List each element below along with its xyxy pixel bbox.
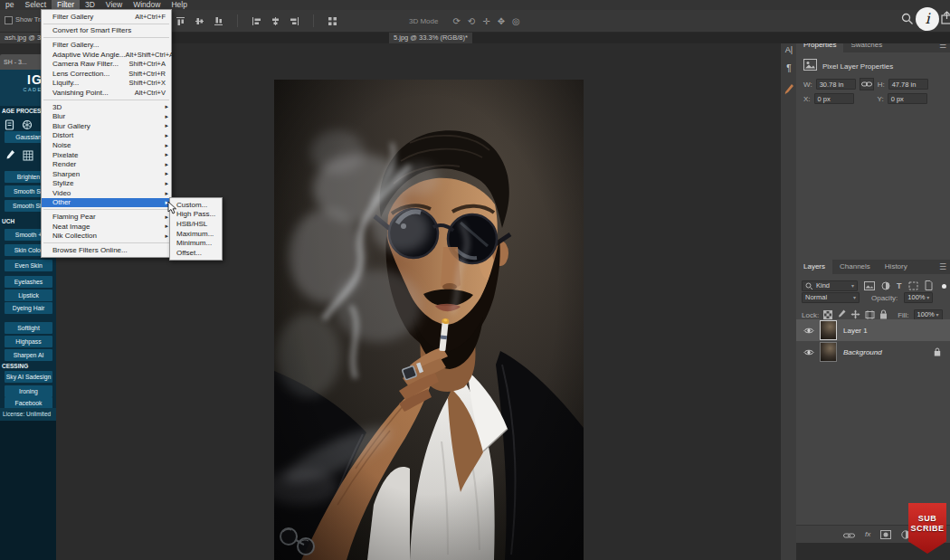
layer-row-background[interactable]: Background xyxy=(796,341,950,363)
menu-item-stylize[interactable]: Stylize xyxy=(42,179,171,189)
menu-item-liquify[interactable]: Liquify...Shift+Ctrl+X xyxy=(42,79,171,89)
opacity-label: Opacity: xyxy=(871,294,898,302)
menu-item-nik-collection[interactable]: Nik Collection xyxy=(42,231,171,241)
brush-panel-icon[interactable] xyxy=(781,83,797,100)
3d-roll-icon[interactable]: ⟲ xyxy=(468,15,475,27)
btn-ironing[interactable]: Ironing xyxy=(5,385,52,397)
x-field[interactable]: 0 px xyxy=(814,93,854,104)
submenu-item-offset[interactable]: Offset... xyxy=(170,248,222,258)
tab-channels[interactable]: Channels xyxy=(832,260,878,274)
show-transform-label: Show Tra xyxy=(15,15,44,24)
align-right-icon[interactable] xyxy=(289,15,300,27)
3d-drag-icon[interactable]: ✛ xyxy=(482,15,489,27)
info-watermark-icon: i xyxy=(916,7,939,31)
menu-item-render[interactable]: Render xyxy=(42,159,171,169)
3d-mode-label: 3D Mode xyxy=(409,17,438,25)
blend-mode-dropdown[interactable]: Normal ▾ xyxy=(802,292,860,303)
menu-item-noise[interactable]: Noise xyxy=(42,140,171,150)
menu-item-neat-image[interactable]: Neat Image xyxy=(42,222,171,232)
menu-item-blur[interactable]: Blur xyxy=(42,111,171,121)
h-label: H: xyxy=(878,81,885,89)
panel-menu-icon[interactable]: ☰ xyxy=(939,260,950,274)
opacity-dropdown[interactable]: 100% ▾ xyxy=(904,292,933,303)
menu-item-lens-correction[interactable]: Lens Correction...Shift+Ctrl+R xyxy=(42,69,171,79)
menu-item-filter-gallery2[interactable]: Filter Gallery... xyxy=(42,40,171,50)
layer-style-fx-icon[interactable]: fx xyxy=(865,530,870,538)
menu-item-3d[interactable]: 3D xyxy=(42,102,171,112)
layer-filter-kind-dropdown[interactable]: Kind ▾ xyxy=(802,280,858,291)
photo-canvas[interactable] xyxy=(274,80,584,560)
align-left-icon[interactable] xyxy=(251,15,262,27)
character-panel-icon[interactable]: A| xyxy=(781,45,797,54)
submenu-item-minimum[interactable]: Minimum... xyxy=(170,238,222,248)
menu-item-adaptive-wide-angle[interactable]: Adaptive Wide Angle...Alt+Shift+Ctrl+A xyxy=(42,50,171,60)
align-center-icon[interactable] xyxy=(270,15,281,27)
btn-lipstick[interactable]: Lipstick xyxy=(5,289,52,301)
search-icon[interactable] xyxy=(901,13,914,29)
menu-item-convert-smart-filters[interactable]: Convert for Smart Filters xyxy=(42,26,171,36)
menu-item-video[interactable]: Video xyxy=(42,188,171,198)
layer1-thumbnail[interactable] xyxy=(820,320,837,340)
menu-item-filter-gallery[interactable]: Filter GalleryAlt+Ctrl+F xyxy=(42,12,171,22)
align-middle-icon[interactable] xyxy=(194,15,205,27)
menu-item-sharpen[interactable]: Sharpen xyxy=(42,169,171,179)
height-field[interactable]: 47.78 in xyxy=(888,79,928,90)
link-layers-icon[interactable] xyxy=(843,527,855,543)
btn-sky-ai-sadesign[interactable]: Sky AI Sadesign xyxy=(5,371,52,383)
tab-history[interactable]: History xyxy=(878,260,915,274)
visibility-eye-icon[interactable] xyxy=(803,322,814,338)
3d-slide-icon[interactable]: ✥ xyxy=(498,15,505,27)
layers-panel: Layers Channels History ☰ Kind ▾ T Norma… xyxy=(796,260,950,543)
menu-item-browse-filters-online[interactable]: Browse Filters Online... xyxy=(42,245,171,255)
submenu-item-hsb-hsl[interactable]: HSB/HSL xyxy=(170,219,222,229)
btn-highpass[interactable]: Highpass xyxy=(5,336,52,347)
submenu-item-high-pass[interactable]: High Pass... xyxy=(170,210,222,220)
caret-down-icon: ▾ xyxy=(853,292,856,303)
btn-dyeing-hair[interactable]: Dyeing Hair xyxy=(5,302,52,314)
caret-down-icon: ▾ xyxy=(926,292,929,303)
show-transform-checkbox[interactable] xyxy=(5,16,13,24)
filter-toggle-dot[interactable] xyxy=(942,284,946,289)
submenu-item-maximum[interactable]: Maximum... xyxy=(170,229,222,239)
3d-scale-icon[interactable]: ◎ xyxy=(512,15,520,27)
y-label: Y: xyxy=(878,95,884,103)
align-top-icon[interactable] xyxy=(175,15,186,27)
layer-row-layer1[interactable]: Layer 1 xyxy=(796,319,950,341)
menu-item-vanishing-point[interactable]: Vanishing Point...Alt+Ctrl+V xyxy=(42,88,171,98)
align-bottom-icon[interactable] xyxy=(213,15,224,27)
3d-rotate-icon[interactable]: ⟳ xyxy=(452,15,460,27)
layer-mask-icon[interactable] xyxy=(880,527,891,543)
menu-item-blur-gallery[interactable]: Blur Gallery xyxy=(42,121,171,131)
license-status: License: Unlimited xyxy=(0,408,56,421)
submenu-item-custom[interactable]: Custom... xyxy=(170,200,222,210)
subscribe-badge[interactable]: SUB SCRIBE xyxy=(908,503,946,554)
layer1-name[interactable]: Layer 1 xyxy=(843,327,868,335)
paragraph-panel-icon[interactable]: ¶ xyxy=(781,63,797,73)
width-field[interactable]: 30.78 in xyxy=(816,79,856,90)
menu-item-other[interactable]: Other xyxy=(42,198,171,208)
layers-panel-header: Layers Channels History ☰ xyxy=(796,260,950,274)
btn-softlight[interactable]: Softlight xyxy=(5,322,52,334)
btn-even-skin[interactable]: Even Skin xyxy=(5,260,52,271)
tab-layers[interactable]: Layers xyxy=(796,260,832,274)
link-dimensions-icon[interactable] xyxy=(860,78,874,90)
menu-item-flaming-pear[interactable]: Flaming Pear xyxy=(42,212,171,222)
menu-separator xyxy=(43,209,169,210)
menu-item-pixelate[interactable]: Pixelate xyxy=(42,150,171,160)
brush-icon[interactable] xyxy=(5,149,15,166)
pixel-layer-icon xyxy=(803,58,817,74)
document-tab-active[interactable]: 5.jpg @ 33.3% (RGB/8)* xyxy=(389,32,472,43)
filter-type-layers-icon[interactable]: T xyxy=(897,281,902,290)
y-field[interactable]: 0 px xyxy=(888,93,927,104)
background-name[interactable]: Background xyxy=(843,348,882,356)
distribute-icon[interactable] xyxy=(327,15,338,27)
menu-type-partial[interactable]: pe xyxy=(0,0,19,10)
btn-eyelashes[interactable]: Eyelashes xyxy=(5,276,52,288)
visibility-eye-icon[interactable] xyxy=(803,344,814,360)
grid-icon[interactable] xyxy=(23,149,34,166)
share-icon[interactable] xyxy=(941,11,950,28)
menu-item-camera-raw[interactable]: Camera Raw Filter...Shift+Ctrl+A xyxy=(42,59,171,69)
background-thumbnail[interactable] xyxy=(820,342,837,362)
btn-sharpen-ai[interactable]: Sharpen AI xyxy=(5,349,52,361)
menu-item-distort[interactable]: Distort xyxy=(42,131,171,141)
